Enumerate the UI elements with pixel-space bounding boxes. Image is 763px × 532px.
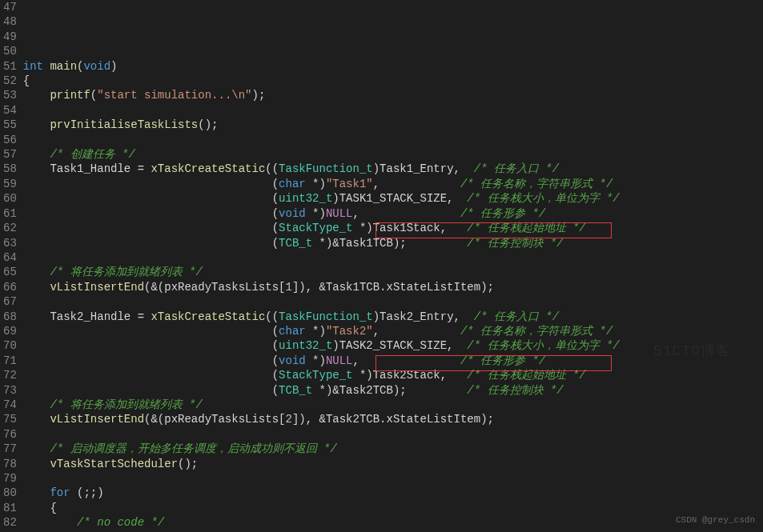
token: *) [306,354,326,367]
code-line [23,103,620,118]
token [23,413,50,426]
token: "Task2" [326,325,373,338]
token: ]), &Task1TCB.xStateListItem); [292,281,494,294]
token: /* 将任务添加到就绪列表 */ [50,266,202,278]
token: , [373,325,460,338]
token: (); [178,458,198,470]
code-line: Task1_Handle = xTaskCreateStatic((TaskFu… [23,162,620,176]
token: { [23,502,57,514]
token: , [353,354,460,367]
token: /* 任务栈大小，单位为字 */ [467,192,619,205]
token: ( [23,369,279,382]
token: /* 任务入口 */ [474,162,559,175]
token: )Task1_Entry, [373,162,474,175]
token: main [50,60,77,73]
token [23,516,77,529]
token: StackType_t [279,222,352,234]
code-line: (uint32_t)TASK1_STACK_SIZE, /* 任务栈大小，单位为… [23,191,620,206]
token: /* 任务入口 */ [474,310,559,323]
token: TaskFunction_t [279,310,373,323]
token: Task1_Handle = [23,162,151,175]
token: *)&Task1TCB); [312,237,467,250]
token: printf [50,89,90,102]
token: *) [306,207,326,220]
token: /* 创建任务 */ [50,148,135,161]
token: StackType_t [279,369,352,382]
token: (( [265,310,279,323]
token: ( [23,178,279,190]
token: /* 任务栈起始地址 */ [467,222,585,234]
code-line: (TCB_t *)&Task2TCB); /* 任务控制块 */ [23,383,620,398]
code-line: /* 将任务添加到就绪列表 */ [23,398,620,412]
token: ); [251,89,265,102]
token [23,398,50,411]
code-line: /* 启动调度器，开始多任务调度，启动成功则不返回 */ [23,442,620,456]
code-line: (TCB_t *)&Task1TCB); /* 任务控制块 */ [23,236,620,250]
token: vListInsertEnd [50,281,144,294]
token: vTaskStartScheduler [50,458,178,470]
code-line: (char *)"Task2", /* 任务名称，字符串形式 */ [23,324,620,338]
token: /* 启动调度器，开始多任务调度，启动成功则不返回 */ [50,442,336,455]
token: (); [198,118,218,131]
code-line: /* no code */ [23,515,620,530]
token: ]), &Task2TCB.xStateListItem); [292,413,494,426]
token: /* 任务栈大小，单位为字 */ [467,339,619,352]
code-line: (char *)"Task1", /* 任务名称，字符串形式 */ [23,177,620,191]
token: )Task2_Entry, [373,310,474,323]
code-line: /* 将任务添加到就绪列表 */ [23,265,620,279]
token [23,458,50,470]
token: ( [23,237,279,250]
token: "start simulation...\n" [97,89,251,102]
token [23,118,50,131]
token: (&(pxReadyTasksLists[ [144,413,285,426]
token: ) [110,60,117,73]
token: ( [23,222,279,234]
code-line [23,250,620,265]
token: /* 任务控制块 */ [467,237,563,250]
token: *)&Task2TCB); [312,384,467,397]
token: *) [306,178,326,190]
token: ( [23,207,279,220]
token: /* 将任务添加到就绪列表 */ [50,398,202,411]
token: (( [265,162,279,175]
token [23,486,50,499]
token: uint32_t [279,192,332,205]
code-line: { [23,501,620,515]
token: ( [23,354,279,367]
token: vListInsertEnd [50,413,144,426]
token: xTaskCreateStatic [151,310,265,323]
code-editor: 47 48 49 50 51 52 53 54 55 56 57 58 59 6… [0,0,763,532]
token: 1 [285,281,291,294]
code-line: prvInitialiseTaskLists(); [23,118,620,132]
token: TaskFunction_t [279,162,373,175]
token: void [279,354,306,367]
token: void [83,60,110,73]
code-line: (uint32_t)TASK2_STACK_SIZE, /* 任务栈大小，单位为… [23,338,620,353]
token: ( [23,384,279,397]
token: NULL [326,354,353,367]
token: (&(pxReadyTasksLists[ [144,281,285,294]
token [23,89,50,102]
token: /* 任务形参 */ [460,354,545,367]
token: { [23,74,30,87]
token: /* 任务栈起始地址 */ [467,369,585,382]
token: /* 任务控制块 */ [467,384,563,397]
code-line: Task2_Handle = xTaskCreateStatic((TaskFu… [23,310,620,324]
token: , [353,207,460,220]
token: ( [23,192,279,205]
code-line [23,294,620,309]
token: char [279,178,306,190]
token: Task2_Handle = [23,310,151,323]
code-line: (StackType_t *)Task1Stack, /* 任务栈起始地址 */ [23,221,620,235]
code-line: (void *)NULL, /* 任务形参 */ [23,206,620,221]
code-line: (void *)NULL, /* 任务形参 */ [23,354,620,368]
token: /* 任务形参 */ [460,207,545,220]
token: /* 任务名称，字符串形式 */ [460,178,612,190]
line-number-gutter: 47 48 49 50 51 52 53 54 55 56 57 58 59 6… [0,0,23,532]
code-line [23,133,620,147]
token: TCB_t [279,237,312,250]
token: 2 [285,413,291,426]
token: , [373,178,460,190]
token [23,281,50,294]
token: char [279,325,306,338]
